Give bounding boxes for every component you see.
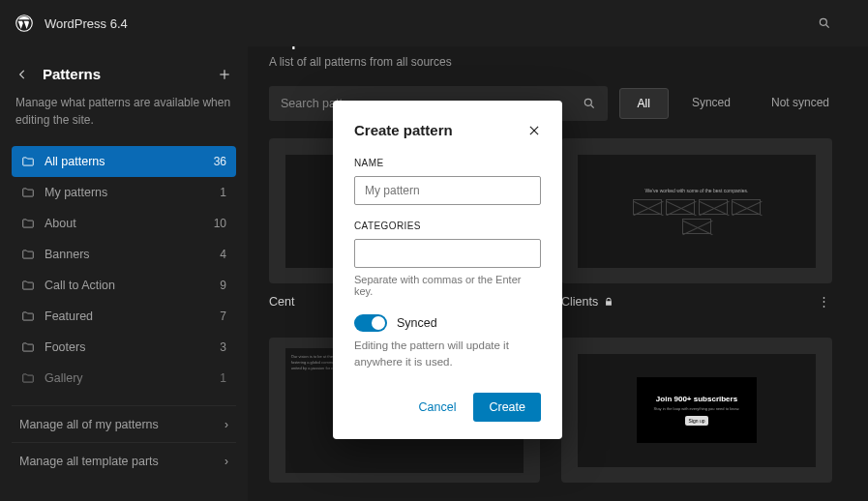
sidebar-item-gallery[interactable]: Gallery 1 [12,363,236,394]
svg-point-5 [584,99,591,105]
close-icon[interactable] [527,124,541,137]
create-button[interactable]: Create [473,393,541,422]
pattern-nav-list: All patterns 36 My patterns 1 About 10 B… [12,146,236,394]
synced-toggle-description: Editing the pattern will update it anywh… [354,338,541,371]
nav-label: About [45,217,214,230]
categories-hint: Separate with commas or the Enter key. [354,274,541,297]
folder-icon [21,340,35,354]
chevron-right-icon: › [224,418,228,431]
app-title: WordPress 6.4 [45,16,818,31]
sidebar-item-all-patterns[interactable]: All patterns 36 [12,146,236,177]
nav-label: Featured [45,309,220,323]
card-label: Cent [269,295,294,309]
create-pattern-modal: Create pattern Name Categories Separate … [333,101,562,439]
categories-field-label: Categories [354,221,541,231]
sidebar-title: Patterns [43,66,217,82]
folder-icon [21,186,35,199]
lock-icon [604,297,614,307]
manage-my-patterns-link[interactable]: Manage all of my patterns › [12,405,236,442]
wordpress-logo-icon [15,15,33,32]
nav-count: 3 [220,340,226,354]
sidebar-item-banners[interactable]: Banners 4 [12,239,236,270]
more-options-icon[interactable]: ⋮ [818,294,832,309]
logo-placeholders [619,199,774,234]
search-icon [583,97,596,110]
page-title: All patterns [269,46,847,49]
tab-all[interactable]: All [619,88,669,119]
modal-title: Create pattern [354,122,527,138]
chevron-right-icon: › [224,455,228,468]
search-icon[interactable] [818,16,831,30]
nav-label: All patterns [45,155,214,168]
nav-label: Gallery [45,371,220,385]
nav-label: My patterns [45,186,220,199]
folder-icon [21,279,35,292]
svg-line-2 [826,25,829,28]
name-field-label: Name [354,158,541,168]
folder-icon [21,248,35,261]
nav-count: 36 [214,155,226,168]
nav-label: Call to Action [45,279,220,292]
tab-not-synced[interactable]: Not synced [754,88,847,119]
page-subtitle: A list of all patterns from all sources [269,55,847,69]
sync-filter-tabs: All Synced Not synced [619,88,847,119]
manage-label: Manage all of my patterns [19,418,159,431]
nav-count: 9 [220,279,226,292]
nav-count: 10 [214,217,226,230]
sidebar-item-featured[interactable]: Featured 7 [12,301,236,332]
cancel-button[interactable]: Cancel [413,393,463,422]
pattern-card-subscribe[interactable]: Join 900+ subscribers Stay in the loop w… [561,338,832,483]
manage-label: Manage all template parts [19,455,159,468]
tab-synced[interactable]: Synced [674,88,748,119]
synced-toggle[interactable] [354,314,387,332]
sidebar-item-footers[interactable]: Footers 3 [12,332,236,363]
preview-subscribe-text: Stay in the loop with everything you nee… [654,406,740,411]
sidebar-item-about[interactable]: About 10 [12,208,236,239]
nav-count: 1 [220,371,226,385]
folder-icon [21,155,35,168]
card-label: Clients [561,295,598,309]
pattern-categories-input[interactable] [354,239,541,268]
manage-template-parts-link[interactable]: Manage all template parts › [12,442,236,479]
back-icon[interactable] [15,68,29,81]
nav-label: Banners [45,248,220,261]
sidebar-description: Manage what patterns are available when … [15,94,232,129]
window-topbar: WordPress 6.4 [0,0,868,46]
svg-point-1 [820,18,826,25]
nav-count: 7 [220,309,226,323]
synced-toggle-label: Synced [397,316,437,330]
sidebar-item-my-patterns[interactable]: My patterns 1 [12,177,236,208]
preview-subscribe-button: Sign up [685,416,709,426]
sidebar: Patterns Manage what patterns are availa… [0,46,248,501]
folder-icon [21,309,35,323]
sidebar-item-call-to-action[interactable]: Call to Action 9 [12,270,236,301]
folder-icon [21,371,35,385]
pattern-name-input[interactable] [354,176,541,205]
folder-icon [21,217,35,230]
card-preview-heading: We've worked with some of the best compa… [645,188,749,193]
svg-line-6 [590,105,593,108]
nav-label: Footers [45,340,220,354]
nav-count: 4 [220,248,226,261]
pattern-card-clients[interactable]: We've worked with some of the best compa… [561,138,832,283]
preview-subscribe-title: Join 900+ subscribers [656,395,737,403]
add-pattern-icon[interactable] [217,67,232,82]
nav-count: 1 [220,186,226,199]
